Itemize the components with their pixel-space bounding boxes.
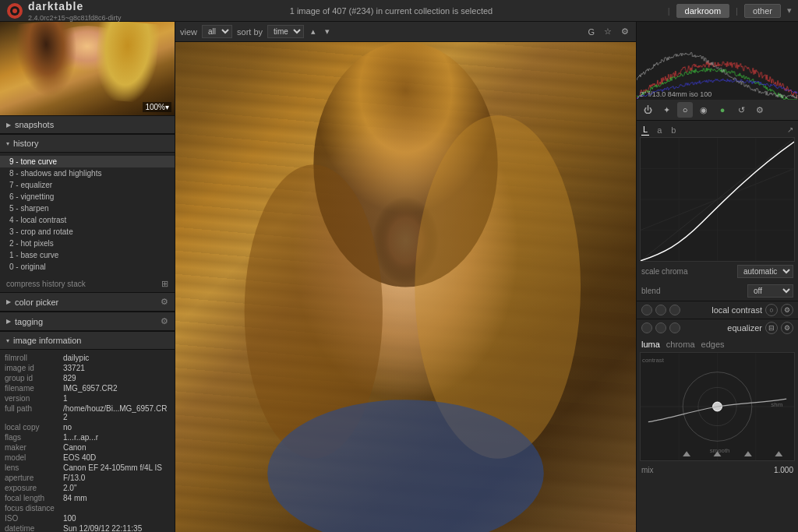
history-item[interactable]: 4 - local contrast [0, 214, 175, 226]
history-item[interactable]: 1 - base curve [0, 249, 175, 261]
info-iso: ISO 100 [5, 513, 170, 523]
history-section-header[interactable]: ▾ history [0, 134, 175, 153]
local-contrast-enable-button[interactable] [641, 305, 652, 315]
main-image [175, 42, 636, 532]
right-panel: 2" f/13.0 84mm iso 100 ⏻ ✦ ○ ◉ ● ↺ ⚙ L a… [636, 22, 798, 532]
equalizer-enable2-button[interactable] [655, 322, 666, 333]
mode-sep2: | [736, 6, 738, 16]
mix-label: mix [641, 466, 654, 474]
scale-chroma-select[interactable]: automatic manual [737, 265, 793, 278]
mode-sep: | [668, 6, 670, 16]
sort-asc-icon[interactable]: ▴ [309, 26, 318, 37]
equalizer-enable-button[interactable] [641, 322, 652, 333]
equalizer-settings-icon[interactable]: ⚙ [781, 322, 793, 334]
tagging-section-header[interactable]: ▶ tagging ⚙ [0, 312, 175, 331]
svg-text:shm: shm [771, 401, 782, 408]
grid-icon[interactable]: G [585, 26, 597, 37]
module-icons-bar: ⏻ ✦ ○ ◉ ● ↺ ⚙ [637, 100, 798, 121]
panel-toggle-icon[interactable]: ▾ [787, 5, 792, 16]
tab-b[interactable]: b [669, 125, 677, 136]
histogram-canvas [637, 22, 798, 100]
refresh-icon[interactable]: ↺ [733, 102, 749, 118]
info-flags: flags 1...r..ap...r [5, 432, 170, 442]
svg-text:contrast: contrast [642, 357, 665, 364]
view-label: view [180, 27, 197, 37]
module-tabs: L a b ↗ [637, 121, 798, 137]
tone-curve-display[interactable] [640, 137, 795, 262]
image-info-label: image information [13, 336, 168, 345]
toolbar: view all sort by time ▴ ▾ G ☆ ⚙ [175, 22, 636, 42]
app-title: darktable [28, 0, 122, 12]
tab-a[interactable]: a [655, 125, 663, 136]
info-focal-length: focal length 84 mm [5, 493, 170, 503]
eq-tab-edges[interactable]: edges [701, 340, 725, 349]
eq-svg: contrast shm smooth [641, 353, 794, 460]
status-text: 1 image of 407 (#234) in current collect… [162, 6, 620, 16]
history-item[interactable]: 7 - equalizer [0, 179, 175, 191]
equalizer-enable3-button[interactable] [669, 322, 680, 333]
compress-history-button[interactable]: compress history stack [6, 280, 86, 288]
sort-label: sort by [237, 27, 263, 37]
local-contrast-module: local contrast ○ ⚙ [637, 301, 798, 319]
compress-icon[interactable]: ⊞ [161, 279, 168, 289]
eq-tabs: luma chroma edges [637, 336, 798, 351]
local-contrast-expand-icon[interactable]: ⚙ [781, 304, 793, 316]
color-picker-arrow-icon: ▶ [6, 298, 11, 305]
green-circle-icon[interactable]: ● [715, 102, 730, 118]
history-item[interactable]: 9 - tone curve [0, 156, 175, 167]
history-item[interactable]: 2 - hot pixels [0, 238, 175, 249]
snapshots-section-header[interactable]: ▶ snapshots [0, 115, 175, 134]
local-contrast-enable3-button[interactable] [669, 305, 680, 315]
image-info-section-header[interactable]: ▾ image information [0, 331, 175, 350]
thumbnail-image [0, 22, 175, 115]
tone-curve-module: L a b ↗ [637, 121, 798, 301]
info-model: model EOS 40D [5, 453, 170, 463]
center-area: view all sort by time ▴ ▾ G ☆ ⚙ [175, 22, 636, 532]
sort-select[interactable]: time [267, 25, 304, 38]
local-contrast-label: local contrast [693, 305, 762, 315]
star-icon[interactable]: ☆ [602, 26, 614, 37]
history-item[interactable]: 8 - shadows and highlights [0, 167, 175, 179]
history-item[interactable]: 0 - original [0, 261, 175, 273]
history-item[interactable]: 6 - vignetting [0, 191, 175, 203]
info-exposure: exposure 2.0" [5, 483, 170, 493]
other-mode-button[interactable]: other [744, 4, 781, 18]
darkroom-mode-button[interactable]: darkroom [676, 4, 729, 18]
tagging-label: tagging [15, 317, 161, 326]
gear-settings-icon[interactable]: ⚙ [619, 26, 631, 37]
blend-select[interactable]: off normal [747, 284, 793, 298]
svg-point-2 [12, 9, 17, 13]
history-item[interactable]: 5 - sharpen [0, 203, 175, 214]
eq-tab-chroma[interactable]: chroma [666, 340, 695, 349]
history-item[interactable]: 3 - crop and rotate [0, 226, 175, 238]
blend-label: blend [641, 287, 660, 295]
image-display[interactable] [175, 42, 636, 532]
eq-display[interactable]: contrast shm smooth [640, 352, 795, 461]
dot-circle-icon[interactable]: ◉ [696, 102, 711, 118]
tab-L[interactable]: L [641, 124, 649, 136]
thumbnail-area: 100%▾ [0, 22, 175, 115]
top-bar: darktable 2.4.0rc2+15~g8c81fd8c6-dirty 1… [0, 0, 798, 22]
module-expand-icon[interactable]: ↗ [787, 125, 793, 134]
equalizer-row: equalizer ⊟ ⚙ [637, 319, 798, 336]
color-picker-settings-icon[interactable]: ⚙ [161, 297, 168, 307]
sort-desc-icon[interactable]: ▾ [323, 26, 332, 37]
view-select[interactable]: all [202, 25, 232, 38]
eq-tab-luma[interactable]: luma [641, 340, 660, 349]
zoom-level: 100%▾ [143, 102, 171, 112]
local-contrast-circle-icon[interactable]: ○ [765, 304, 778, 316]
tagging-settings-icon[interactable]: ⚙ [161, 316, 168, 326]
info-image-id: image id 33721 [5, 363, 170, 373]
circle-module-icon[interactable]: ○ [677, 102, 693, 118]
local-contrast-enable2-button[interactable] [655, 305, 666, 315]
snapshots-label: snapshots [15, 120, 168, 129]
equalizer-icon[interactable]: ⊟ [765, 322, 778, 334]
info-local-copy: local copy no [5, 422, 170, 432]
star-module-icon[interactable]: ✦ [659, 102, 674, 118]
color-picker-label: color picker [15, 298, 161, 307]
image-info-arrow-icon: ▾ [6, 337, 9, 344]
settings-icon[interactable]: ⚙ [752, 102, 768, 118]
color-picker-section-header[interactable]: ▶ color picker ⚙ [0, 292, 175, 312]
power-icon[interactable]: ⏻ [640, 102, 655, 118]
info-focus-distance: focus distance [5, 503, 170, 513]
